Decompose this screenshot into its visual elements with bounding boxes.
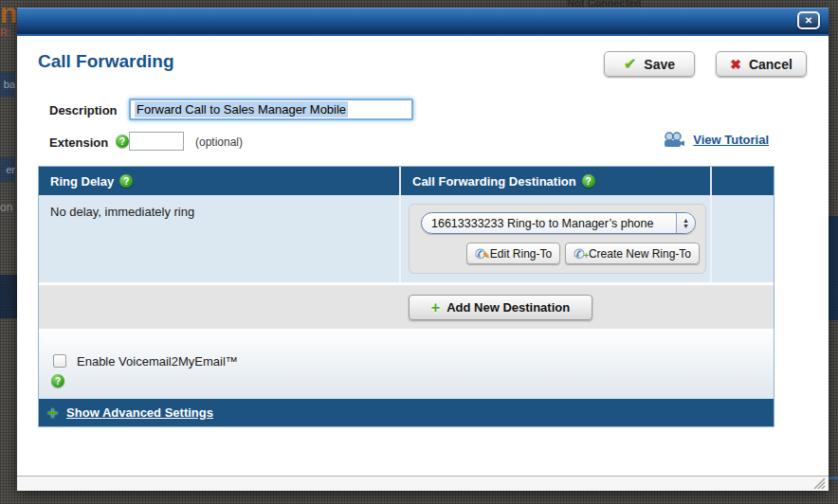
ringto-select-value: 16613333233 Ring-to to Manager’s phone bbox=[422, 217, 676, 230]
extension-label: Extension bbox=[49, 135, 108, 150]
create-ringto-label: Create New Ring-To bbox=[589, 247, 691, 261]
advanced-settings-bar: + Show Advanced Settings bbox=[39, 399, 774, 426]
description-input-value: Forward Call to Sales Manager Mobile bbox=[135, 101, 348, 117]
background-nav-fragment: ba bbox=[0, 72, 15, 97]
background-logo-fragment: n bbox=[0, 0, 17, 28]
column-header-empty bbox=[710, 167, 774, 195]
stepper-down-icon: ▼ bbox=[683, 224, 689, 229]
ringto-buttons: ✆ ✎ Edit Ring-To ✆ + Create New Ring-To bbox=[466, 243, 700, 264]
cancel-button-label: Cancel bbox=[749, 57, 792, 72]
ring-delay-cell: No delay, immediately ring bbox=[39, 195, 399, 282]
destination-panel: 16613333233 Ring-to to Manager’s phone ▲… bbox=[409, 204, 706, 274]
destination-header-label: Call Forwarding Destination bbox=[412, 174, 576, 189]
help-icon[interactable]: ? bbox=[51, 374, 64, 387]
background-text-fragment: R: bbox=[0, 27, 13, 40]
resize-grip-icon[interactable] bbox=[813, 477, 826, 489]
create-ringto-button[interactable]: ✆ + Create New Ring-To bbox=[565, 243, 700, 264]
ring-delay-header-label: Ring Delay bbox=[50, 174, 114, 189]
view-tutorial: View Tutorial bbox=[663, 132, 769, 148]
dialog-footer bbox=[17, 476, 829, 491]
add-destination-button[interactable]: + Add New Destination bbox=[409, 295, 592, 320]
table-row: No delay, immediately ring 16613333233 R… bbox=[39, 195, 774, 282]
background-text-fragment: on bbox=[0, 201, 16, 216]
video-camera-icon bbox=[663, 132, 685, 148]
row-actions-cell bbox=[710, 195, 774, 282]
plus-icon: + bbox=[431, 299, 440, 316]
description-input[interactable]: Forward Call to Sales Manager Mobile bbox=[129, 99, 413, 120]
screen: { "background": { "top_status_text": "No… bbox=[0, 0, 838, 504]
help-icon[interactable]: ? bbox=[119, 174, 133, 188]
voicemail-row: Enable Voicemail2MyEmail™ ? bbox=[39, 333, 774, 399]
check-icon: ✔ bbox=[624, 55, 636, 73]
x-icon: ✖ bbox=[730, 57, 741, 72]
column-header-destination: Call Forwarding Destination ? bbox=[399, 167, 710, 195]
optional-hint: (optional) bbox=[195, 135, 243, 149]
background-divider-fragment bbox=[829, 477, 838, 479]
voicemail-checkbox[interactable] bbox=[53, 354, 66, 368]
help-icon[interactable]: ? bbox=[116, 135, 129, 148]
dialog-titlebar bbox=[17, 8, 829, 36]
edit-ringto-label: Edit Ring-To bbox=[490, 247, 552, 261]
plus-icon: + bbox=[47, 403, 58, 423]
call-forwarding-table: Ring Delay ? Call Forwarding Destination… bbox=[38, 166, 774, 427]
description-label: Description bbox=[49, 103, 118, 117]
page-title: Call Forwarding bbox=[38, 51, 174, 72]
save-button-label: Save bbox=[644, 57, 675, 72]
extension-input[interactable] bbox=[129, 132, 184, 151]
save-button[interactable]: ✔ Save bbox=[604, 51, 695, 77]
cancel-button[interactable]: ✖ Cancel bbox=[716, 51, 807, 77]
select-stepper-icon: ▲ ▼ bbox=[676, 213, 695, 233]
add-destination-label: Add New Destination bbox=[446, 300, 570, 315]
show-advanced-settings-link[interactable]: Show Advanced Settings bbox=[66, 405, 213, 420]
plus-icon: + bbox=[584, 249, 589, 262]
add-destination-row: + Add New Destination bbox=[39, 285, 774, 329]
phone-edit-icon: ✆ ✎ bbox=[475, 247, 486, 261]
view-tutorial-link[interactable]: View Tutorial bbox=[693, 133, 769, 147]
background-panel-fragment bbox=[0, 275, 17, 318]
voicemail-label: Enable Voicemail2MyEmail™ bbox=[77, 354, 238, 369]
phone-add-icon: ✆ + bbox=[574, 247, 585, 261]
background-panel-fragment bbox=[829, 216, 838, 320]
help-icon[interactable]: ? bbox=[582, 174, 595, 188]
table-header-row: Ring Delay ? Call Forwarding Destination… bbox=[39, 167, 774, 195]
background-status-fragment: Not Connected bbox=[567, 0, 681, 8]
pencil-icon: ✎ bbox=[483, 249, 490, 262]
destination-cell: 16613333233 Ring-to to Manager’s phone ▲… bbox=[399, 195, 710, 282]
edit-ringto-button[interactable]: ✆ ✎ Edit Ring-To bbox=[466, 243, 560, 264]
column-header-ring-delay: Ring Delay ? bbox=[39, 167, 399, 195]
background-nav-fragment: er bbox=[0, 157, 15, 182]
ringto-select[interactable]: 16613333233 Ring-to to Manager’s phone ▲… bbox=[421, 212, 696, 234]
call-forwarding-dialog: ✕ Call Forwarding ✔ Save ✖ Cancel Descri… bbox=[17, 8, 829, 491]
close-icon[interactable]: ✕ bbox=[797, 11, 820, 29]
